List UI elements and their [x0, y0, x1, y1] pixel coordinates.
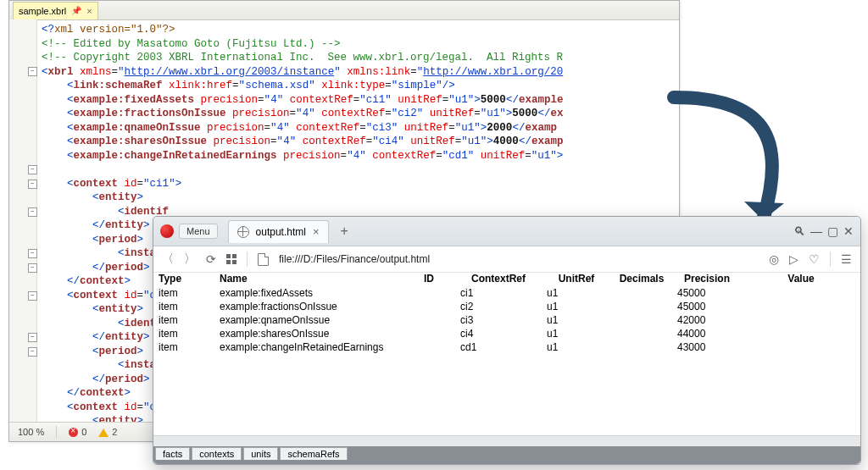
cell-type: item	[153, 327, 214, 340]
cell-name: example:fractionsOnIssue	[214, 300, 403, 313]
cell-value	[742, 286, 860, 300]
back-icon[interactable]: 〈	[162, 252, 174, 267]
search-icon[interactable]: 🔍︎	[793, 224, 805, 238]
horizontal-scrollbar[interactable]	[153, 435, 860, 446]
browser-window: Menu output.html × + 🔍︎ — ▢ ✕ 〈 〉 ⟳ file…	[153, 216, 861, 465]
cell-type: item	[153, 340, 214, 354]
menu-button[interactable]: Menu	[179, 224, 218, 239]
cell-unitref: u1	[542, 313, 611, 327]
browser-tab[interactable]: output.html ×	[228, 220, 329, 243]
minimize-icon[interactable]: —	[810, 224, 822, 238]
cell-id	[403, 340, 455, 354]
cell-name: example:qnameOnIssue	[214, 313, 403, 327]
new-tab-button[interactable]: +	[341, 224, 348, 239]
ide-tab-label: sample.xbrl	[19, 3, 66, 19]
cell-type: item	[153, 286, 214, 300]
table-row[interactable]: itemexample:fixedAssetsci1u145000	[153, 286, 860, 300]
cell-decimals	[611, 286, 672, 300]
cell-precision: 44000	[672, 327, 742, 340]
reload-icon[interactable]: ⟳	[206, 252, 216, 266]
snapshot-icon[interactable]: ◎	[769, 252, 779, 266]
warning-count[interactable]: 2	[98, 427, 117, 437]
facts-table: Type Name ID ContextRef UnitRef Decimals…	[153, 271, 860, 354]
table-row[interactable]: itemexample:fractionsOnIssueci2u145000	[153, 300, 860, 313]
table-row[interactable]: itemexample:qnameOnIssueci3u142000	[153, 313, 860, 327]
cell-precision: 42000	[672, 313, 742, 327]
cell-type: item	[153, 313, 214, 327]
forward-icon[interactable]: 〉	[184, 252, 196, 267]
cell-contextref: ci2	[455, 300, 542, 313]
browser-tab-title: output.html	[256, 226, 306, 238]
cell-precision: 43000	[672, 340, 742, 354]
table-row[interactable]: itemexample:sharesOnIssueci4u144000	[153, 327, 860, 340]
cell-decimals	[611, 300, 672, 313]
cell-id	[403, 327, 455, 340]
close-icon[interactable]: ×	[86, 3, 92, 19]
cell-contextref: ci4	[455, 327, 542, 340]
browser-bottom-tabs: factscontextsunitsschemaRefs	[153, 445, 860, 464]
cell-unitref: u1	[542, 340, 611, 354]
cell-id	[403, 286, 455, 300]
zoom-level[interactable]: 100 %	[18, 427, 44, 437]
cell-decimals	[611, 340, 672, 354]
col-type: Type	[153, 271, 214, 286]
page-icon	[258, 253, 269, 266]
col-unitref: UnitRef	[542, 271, 611, 286]
browser-content: Type Name ID ContextRef UnitRef Decimals…	[153, 271, 860, 445]
cell-contextref: ci3	[455, 313, 542, 327]
cell-id	[403, 313, 455, 327]
cell-unitref: u1	[542, 286, 611, 300]
settings-icon[interactable]: ☰	[841, 252, 852, 266]
bottom-tab-schemaRefs[interactable]: schemaRefs	[280, 447, 347, 460]
bottom-tab-units[interactable]: units	[243, 447, 278, 460]
ide-tab-sample[interactable]: sample.xbrl 📌 ×	[13, 2, 98, 19]
cell-type: item	[153, 300, 214, 313]
cell-value	[742, 340, 860, 354]
col-id: ID	[403, 271, 455, 286]
code-comment: <!-- Edited by Masatomo Goto (Fujitsu Lt…	[42, 38, 341, 50]
cell-precision: 45000	[672, 286, 742, 300]
bottom-tab-contexts[interactable]: contexts	[192, 447, 242, 460]
table-header-row: Type Name ID ContextRef UnitRef Decimals…	[153, 271, 860, 286]
table-row[interactable]: itemexample:changeInRetainedEarningscd1u…	[153, 340, 860, 354]
cell-id	[403, 300, 455, 313]
browser-navbar: 〈 〉 ⟳ file:///D:/Files/Finance/output.ht…	[153, 246, 860, 273]
col-decimals: Decimals	[611, 271, 672, 286]
speed-dial-icon[interactable]	[226, 254, 236, 264]
cell-decimals	[611, 313, 672, 327]
cell-unitref: u1	[542, 327, 611, 340]
heart-icon[interactable]: ♡	[809, 252, 820, 266]
col-name: Name	[214, 271, 403, 286]
opera-icon	[160, 224, 174, 238]
warning-icon	[98, 429, 108, 437]
pin-icon[interactable]: 📌	[71, 3, 81, 19]
cell-value	[742, 300, 860, 313]
cell-contextref: cd1	[455, 340, 542, 354]
col-contextref: ContextRef	[455, 271, 542, 286]
cell-name: example:fixedAssets	[214, 286, 403, 300]
close-icon[interactable]: ✕	[843, 224, 854, 238]
ide-tabbar: sample.xbrl 📌 ×	[9, 1, 679, 20]
browser-titlebar: Menu output.html × + 🔍︎ — ▢ ✕	[153, 217, 860, 246]
cell-unitref: u1	[542, 300, 611, 313]
error-icon	[69, 428, 78, 437]
maximize-icon[interactable]: ▢	[827, 224, 838, 238]
col-precision: Precision	[672, 271, 742, 286]
cell-name: example:changeInRetainedEarnings	[214, 340, 403, 354]
cell-precision: 45000	[672, 300, 742, 313]
address-bar[interactable]: file:///D:/Files/Finance/output.html	[279, 253, 759, 265]
cell-name: example:sharesOnIssue	[214, 327, 403, 340]
col-value: Value	[742, 271, 860, 286]
globe-icon	[237, 226, 249, 238]
ide-gutter: − − − − − − − − −	[9, 19, 37, 423]
cell-value	[742, 313, 860, 327]
send-icon[interactable]: ▷	[789, 252, 798, 266]
error-count[interactable]: 0	[69, 427, 86, 438]
bottom-tab-facts[interactable]: facts	[155, 447, 190, 460]
cell-contextref: ci1	[455, 286, 542, 300]
code-line: xml version="1.0"?>	[54, 24, 175, 36]
cell-value	[742, 327, 860, 340]
cell-decimals	[611, 327, 672, 340]
tab-close-icon[interactable]: ×	[313, 225, 320, 238]
